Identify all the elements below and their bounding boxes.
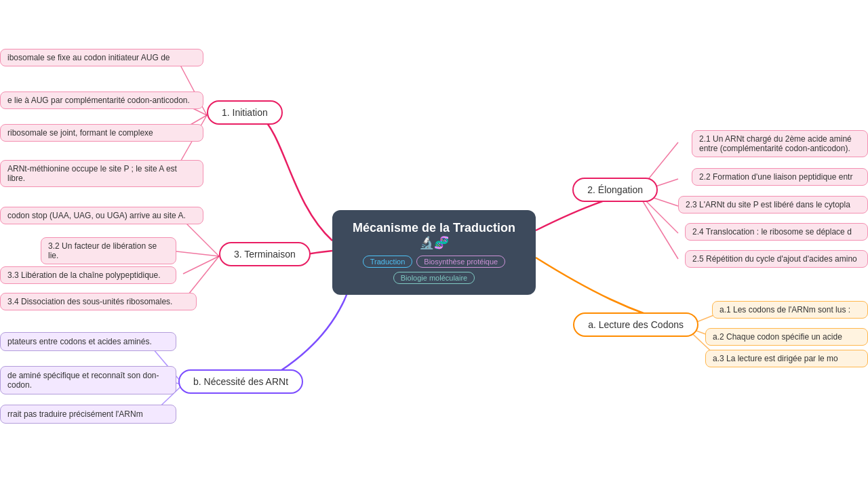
tag-biosynth[interactable]: Biosynthèse protéique — [416, 256, 505, 268]
node-arnot[interactable]: b. Nécessité des ARNt — [178, 369, 303, 394]
terminaison-child-2: 3.2 Un facteur de libération se lie. — [41, 237, 176, 264]
terminaison-child-3: 3.3 Libération de la chaîne polypeptidiq… — [0, 266, 176, 284]
tag-traduction[interactable]: Traduction — [363, 256, 413, 268]
central-tags: Traduction Biosynthèse protéique Biologi… — [349, 256, 519, 284]
initiation-child-4: ARNt-méthionine occupe le site P ; le si… — [0, 160, 203, 187]
arnot-child-3: rrait pas traduire précisément l'ARNm — [0, 405, 176, 424]
svg-line-4 — [183, 220, 219, 256]
tag-biomol[interactable]: Biologie moléculaire — [393, 272, 475, 284]
lecture-child-1: a.1 Les codons de l'ARNm sont lus : — [712, 301, 868, 319]
svg-line-6 — [183, 256, 219, 274]
initiation-child-1: ibosomale se fixe au codon initiateur AU… — [0, 49, 203, 66]
node-initiation[interactable]: 1. Initiation — [207, 100, 283, 125]
lecture-child-3: a.3 La lecture est dirigée par le mo — [705, 350, 868, 367]
central-title: Mécanisme de la Traduction 🔬🧬 — [349, 221, 519, 250]
node-elongation[interactable]: 2. Élongation — [572, 178, 658, 202]
node-terminaison[interactable]: 3. Terminaison — [219, 242, 311, 266]
elongation-child-2: 2.2 Formation d'une liaison peptidique e… — [692, 168, 868, 186]
elongation-child-5: 2.5 Répétition du cycle d'ajout d'acides… — [685, 250, 868, 268]
initiation-child-3: ribosomale se joint, formant le complexe — [0, 124, 203, 142]
terminaison-child-1: codon stop (UAA, UAG, ou UGA) arrive au … — [0, 207, 203, 224]
arnot-child-1: ptateurs entre codons et acides aminés. — [0, 332, 176, 351]
elongation-child-1: 2.1 Un ARNt chargé du 2ème acide aminé e… — [692, 130, 868, 157]
arnot-child-2: de aminé spécifique et reconnaît son don… — [0, 366, 176, 394]
lecture-child-2: a.2 Chaque codon spécifie un acide — [705, 328, 868, 346]
terminaison-child-4: 3.4 Dissociation des sous-unités ribosom… — [0, 293, 197, 310]
initiation-child-2: e lie à AUG par complémentarité codon-an… — [0, 92, 203, 109]
svg-line-12 — [637, 192, 678, 259]
node-lecture[interactable]: a. Lecture des Codons — [573, 312, 698, 337]
elongation-child-3: 2.3 L'ARNt du site P est libéré dans le … — [678, 196, 868, 214]
elongation-child-4: 2.4 Translocation : le ribosome se dépla… — [685, 223, 868, 241]
central-node[interactable]: Mécanisme de la Traduction 🔬🧬 Traduction… — [332, 210, 536, 295]
